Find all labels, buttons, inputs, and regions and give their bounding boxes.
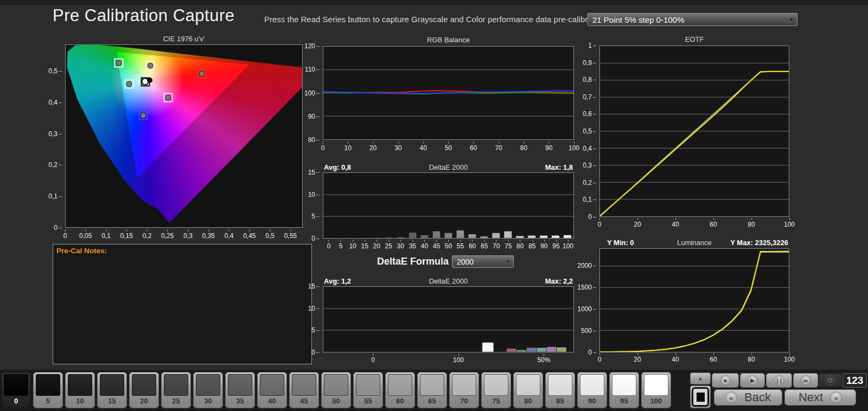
axis-tick-label: 80 bbox=[308, 136, 315, 144]
read-series-button[interactable]: ▶ bbox=[740, 373, 765, 388]
gray-level-50-button[interactable]: 50 bbox=[321, 372, 351, 408]
gray-level-15-button[interactable]: 15 bbox=[97, 372, 127, 408]
rgb-balance-x-axis-labels: 0102030405060708090100 bbox=[323, 142, 574, 151]
axis-tick-label: 100 bbox=[784, 221, 795, 228]
axis-tick-label: 70 bbox=[493, 242, 500, 250]
refresh-button[interactable] bbox=[818, 373, 842, 388]
refresh-icon bbox=[825, 375, 835, 386]
continuous-read-icon: ∞ bbox=[801, 375, 811, 386]
gray-swatch bbox=[580, 374, 604, 396]
blue-target-marker bbox=[138, 111, 148, 120]
gray-level-label: 100 bbox=[641, 397, 671, 405]
eotf-chart bbox=[599, 46, 789, 217]
pre-cal-notes-label: Pre-Cal Notes: bbox=[56, 247, 107, 255]
axis-tick-label: 80 bbox=[520, 144, 527, 152]
gray-level-30-button[interactable]: 30 bbox=[193, 372, 223, 408]
axis-tick-label: 40 bbox=[420, 144, 427, 152]
axis-tick-label: 0,35 bbox=[202, 232, 215, 240]
gray-level-label: 85 bbox=[545, 397, 575, 405]
axis-tick-label: 0,6 bbox=[583, 110, 592, 118]
stop-button[interactable]: ■ bbox=[712, 373, 739, 388]
back-button[interactable]: « Back bbox=[714, 389, 782, 406]
axis-tick-label: 90 bbox=[545, 144, 552, 152]
pre-cal-notes-input[interactable] bbox=[55, 258, 310, 362]
gray-level-20-button[interactable]: 20 bbox=[129, 372, 159, 408]
axis-tick-label: 50% bbox=[537, 356, 550, 364]
point-counter: 123 bbox=[843, 373, 867, 388]
luminance-x-axis-labels: 020406080100 bbox=[599, 354, 789, 362]
axis-tick-label: 50 bbox=[445, 242, 452, 250]
deltae-formula-dropdown[interactable]: 2000 ▼ bbox=[452, 255, 514, 268]
axis-tick-label: 20 bbox=[634, 356, 641, 363]
axis-tick-label: 0,45 bbox=[243, 232, 256, 240]
gray-swatch bbox=[196, 374, 220, 396]
gray-level-label: 20 bbox=[129, 397, 159, 405]
gray-level-0-button[interactable]: 0 bbox=[1, 372, 31, 408]
gray-swatch bbox=[100, 374, 124, 396]
luminance-y-max: Y Max: 2325,3226 bbox=[599, 239, 788, 247]
deltae-grayscale-max: Max: 1,8 bbox=[323, 163, 573, 171]
gray-swatch bbox=[36, 374, 60, 396]
gray-level-55-button[interactable]: 55 bbox=[353, 372, 383, 408]
back-chevron-icon: « bbox=[725, 391, 737, 403]
axis-tick-label: 0,2 bbox=[48, 161, 58, 169]
axis-tick-label: 55 bbox=[457, 242, 464, 250]
gray-level-label: 65 bbox=[417, 397, 447, 405]
deltae-grayscale-y-axis-labels: 151050 bbox=[304, 172, 321, 239]
axis-tick-label: 40 bbox=[672, 221, 679, 228]
gray-level-label: 25 bbox=[161, 397, 191, 405]
gray-swatch bbox=[612, 374, 636, 396]
sync-arrows-icon bbox=[827, 377, 833, 384]
gray-level-label: 10 bbox=[65, 397, 95, 405]
point-preset-dropdown[interactable]: 21 Point 5% step 0-100% ▼ bbox=[588, 13, 797, 26]
axis-tick-label: 95 bbox=[552, 242, 559, 250]
axis-tick-label: 65 bbox=[481, 242, 488, 250]
axis-tick-label: 120 bbox=[304, 42, 315, 50]
gray-level-label: 90 bbox=[577, 397, 607, 405]
gray-level-10-button[interactable]: 10 bbox=[65, 372, 95, 408]
gray-level-100-button[interactable]: 100 bbox=[641, 372, 671, 408]
pattern-scroll-up-button[interactable]: ▲ bbox=[690, 373, 711, 384]
single-read-button[interactable]: [-] bbox=[766, 373, 792, 388]
gray-level-40-button[interactable]: 40 bbox=[257, 372, 287, 408]
axis-tick-label: 60 bbox=[710, 221, 717, 228]
gray-swatch bbox=[644, 374, 668, 396]
deltae-grayscale-chart bbox=[323, 172, 574, 239]
window-pattern-button[interactable] bbox=[690, 386, 711, 408]
gray-level-35-button[interactable]: 35 bbox=[225, 372, 255, 408]
axis-tick-label: 0 bbox=[54, 224, 58, 232]
pre-calibration-capture-window: Pre Calibration Capture Press the Read S… bbox=[0, 0, 868, 411]
axis-tick-label: 20 bbox=[634, 221, 641, 228]
gray-level-25-button[interactable]: 25 bbox=[161, 372, 191, 408]
gray-level-60-button[interactable]: 60 bbox=[385, 372, 415, 408]
gray-level-45-button[interactable]: 45 bbox=[289, 372, 319, 408]
deltae-formula-label: DeltaE Formula bbox=[323, 256, 449, 267]
single-read-icon: [-] bbox=[774, 375, 784, 386]
continuous-read-button[interactable]: ∞ bbox=[793, 373, 818, 388]
gray-level-label: 30 bbox=[193, 397, 223, 405]
gray-level-80-button[interactable]: 80 bbox=[513, 372, 543, 408]
gray-level-85-button[interactable]: 85 bbox=[545, 372, 575, 408]
gray-swatch bbox=[516, 374, 540, 396]
axis-tick-label: 1000 bbox=[577, 305, 592, 313]
gray-level-65-button[interactable]: 65 bbox=[417, 372, 447, 408]
read-series-icon: ▶ bbox=[748, 375, 758, 386]
gray-level-90-button[interactable]: 90 bbox=[577, 372, 607, 408]
measured-white-point-dot bbox=[147, 78, 152, 83]
gray-level-75-button[interactable]: 75 bbox=[481, 372, 511, 408]
next-button[interactable]: Next » bbox=[784, 389, 856, 406]
next-chevron-icon: » bbox=[830, 391, 842, 403]
axis-tick-label: 0,8 bbox=[583, 76, 592, 84]
luminance-y-axis-labels: 2000150010005000 bbox=[575, 248, 597, 352]
axis-tick-label: 2000 bbox=[577, 262, 592, 269]
deltae-color-max: Max: 2,2 bbox=[323, 277, 573, 285]
gray-level-70-button[interactable]: 70 bbox=[449, 372, 479, 408]
axis-tick-label: 0,55 bbox=[284, 232, 297, 240]
gray-swatch bbox=[388, 374, 412, 396]
gray-level-5-button[interactable]: 5 bbox=[33, 372, 63, 408]
eotf-x-axis-labels: 020406080100 bbox=[599, 219, 789, 227]
axis-tick-label: 5 bbox=[311, 213, 315, 220]
gray-level-label: 0 bbox=[1, 397, 31, 405]
gray-level-95-button[interactable]: 95 bbox=[609, 372, 639, 408]
axis-tick-label: 20 bbox=[373, 242, 380, 250]
